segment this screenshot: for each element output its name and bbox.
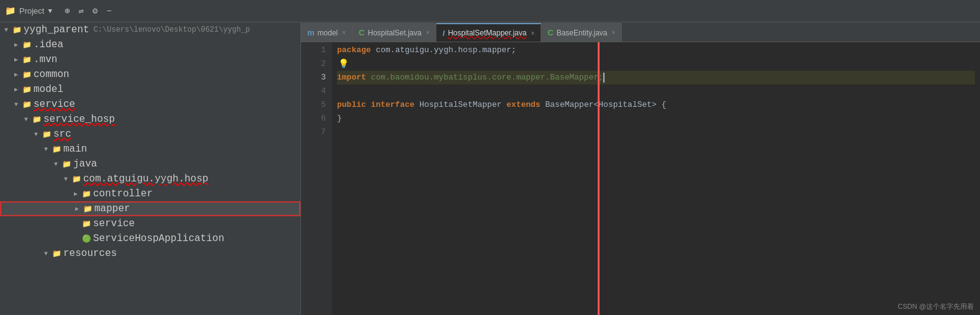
- mvn-folder-icon: 📁: [22, 56, 32, 64]
- sidebar-item-main[interactable]: ▼ 📁 main: [0, 142, 300, 157]
- line-num-7: 7: [301, 126, 326, 139]
- java-folder-icon: 📁: [61, 160, 71, 168]
- service-arrow: ▼: [12, 101, 20, 108]
- separator-line: [598, 42, 600, 315]
- mapper-folder-icon: 📁: [83, 205, 92, 213]
- service-label: service: [34, 99, 75, 110]
- main-label: main: [63, 144, 87, 155]
- main-layout: ▼ 📁 yygh_parent C:\Users\lenovo\Desktop\…: [0, 22, 980, 315]
- src-folder-icon: 📁: [42, 130, 52, 139]
- sidebar-item-java[interactable]: ▼ 📁 java: [0, 157, 300, 171]
- project-folder-icon: 📁: [5, 6, 16, 16]
- package-label: com.atguigu.yygh.hosp: [83, 173, 209, 185]
- controller-folder-icon: 📁: [81, 190, 91, 198]
- import-path: com.baomidou.mybatisplus.core.mapper.Bas…: [371, 71, 603, 84]
- sidebar-item-service-hosp[interactable]: ▼ 📁 service_hosp: [0, 112, 300, 127]
- tab-hospitalsetmapper-close[interactable]: ×: [531, 30, 534, 37]
- mapper-label: mapper: [94, 203, 130, 214]
- model-folder-icon: 📁: [22, 86, 32, 94]
- line-numbers: 1 2 3 4 5 6 7: [301, 42, 332, 315]
- tree-root[interactable]: ▼ 📁 yygh_parent C:\Users\lenovo\Desktop\…: [0, 22, 300, 37]
- watermark: CSDN @这个名字先用着: [898, 302, 974, 311]
- controller-label: controller: [93, 188, 153, 199]
- line-num-1: 1: [301, 43, 326, 57]
- kw-import: import: [337, 71, 371, 84]
- line-num-3: 3: [301, 71, 326, 84]
- settings-icon[interactable]: ⚙: [92, 6, 97, 16]
- tab-baseentity-icon: C: [547, 28, 553, 37]
- sidebar-item-servicehosp-app[interactable]: 🟢 ServiceHospApplication: [0, 231, 300, 246]
- code-line-7: [337, 126, 975, 139]
- model-arrow: ▶: [12, 86, 20, 93]
- add-icon[interactable]: ⊕: [65, 6, 70, 16]
- sidebar-item-service2[interactable]: 📁 service: [0, 216, 300, 231]
- service2-folder-icon: 📁: [81, 220, 91, 228]
- minimize-icon[interactable]: −: [106, 6, 111, 16]
- pkg-path: com.atguigu.yygh.hosp.mapper;: [375, 43, 516, 57]
- code-line-1: package com.atguigu.yygh.hosp.mapper;: [337, 43, 975, 57]
- lightbulb-icon[interactable]: 💡: [338, 57, 349, 71]
- package-arrow: ▼: [62, 176, 70, 183]
- mapper-arrow: ▶: [73, 205, 81, 212]
- sidebar-item-common[interactable]: ▶ 📁 common: [0, 67, 300, 82]
- sidebar-item-service[interactable]: ▼ 📁 service: [0, 97, 300, 112]
- tab-hospitalsetmapper-label: HospitalSetMapper.java: [448, 29, 527, 37]
- tab-baseentity-close[interactable]: ×: [611, 29, 615, 36]
- line-num-6: 6: [301, 112, 326, 126]
- sidebar-item-idea[interactable]: ▶ 📁 .idea: [0, 37, 300, 52]
- mvn-arrow: ▶: [12, 56, 20, 63]
- root-arrow: ▼: [2, 27, 10, 34]
- service2-label: service: [93, 218, 135, 229]
- code-line-3: import com.baomidou.mybatisplus.core.map…: [337, 71, 975, 84]
- tab-hospitalset[interactable]: C HospitalSet.java ×: [353, 23, 436, 42]
- tab-hospitalset-label: HospitalSet.java: [367, 29, 421, 37]
- code-line-2: 💡: [337, 57, 975, 71]
- sidebar-item-resources[interactable]: ▼ 📁 resources: [0, 246, 300, 261]
- sidebar-item-mapper[interactable]: ▶ 📁 mapper: [0, 201, 300, 216]
- kw-extends: extends: [506, 98, 545, 112]
- resources-label: resources: [63, 248, 117, 259]
- tab-baseentity[interactable]: C BaseEntity.java ×: [541, 23, 622, 42]
- root-folder-icon: 📁: [12, 26, 22, 34]
- resources-arrow: ▼: [42, 250, 50, 257]
- sidebar-item-mvn[interactable]: ▶ 📁 .mvn: [0, 52, 300, 67]
- tab-model-label: model: [318, 29, 338, 37]
- src-arrow: ▼: [32, 131, 40, 138]
- sidebar-item-model[interactable]: ▶ 📁 model: [0, 82, 300, 97]
- idea-label: .idea: [34, 39, 63, 50]
- app-icon: 🟢: [81, 235, 91, 243]
- tab-model-close[interactable]: ×: [342, 29, 346, 36]
- project-title: Project: [19, 6, 44, 16]
- tab-hospitalset-icon: C: [359, 28, 364, 37]
- service-hosp-arrow: ▼: [22, 116, 30, 123]
- tab-hospitalsetmapper[interactable]: I HospitalSetMapper.java ×: [436, 23, 541, 42]
- resources-folder-icon: 📁: [52, 250, 61, 258]
- sidebar-item-controller[interactable]: ▶ 📁 controller: [0, 186, 300, 201]
- tab-model[interactable]: m model ×: [301, 23, 353, 42]
- kw-package: package: [337, 43, 375, 57]
- line-num-2: 2: [301, 57, 326, 71]
- common-folder-icon: 📁: [22, 71, 32, 79]
- code-area[interactable]: package com.atguigu.yygh.hosp.mapper; 💡 …: [332, 42, 980, 315]
- main-folder-icon: 📁: [52, 145, 61, 153]
- title-bar-left: 📁 Project ▼: [5, 6, 52, 16]
- sync-icon[interactable]: ⇌: [79, 6, 84, 16]
- line-num-4: 4: [301, 84, 326, 98]
- sidebar: ▼ 📁 yygh_parent C:\Users\lenovo\Desktop\…: [0, 22, 301, 315]
- service-hosp-label: service_hosp: [43, 114, 115, 125]
- mvn-label: .mvn: [34, 54, 57, 65]
- common-label: common: [34, 69, 70, 80]
- sidebar-item-package[interactable]: ▼ 📁 com.atguigu.yygh.hosp: [0, 171, 300, 186]
- tab-hospitalset-close[interactable]: ×: [426, 29, 429, 36]
- generic-type: <HospitalSet>: [594, 98, 657, 112]
- java-arrow: ▼: [52, 161, 60, 168]
- tab-model-icon: m: [307, 28, 315, 37]
- code-line-4: [337, 84, 975, 98]
- open-brace: {: [657, 98, 667, 112]
- service-hosp-folder-icon: 📁: [32, 116, 42, 124]
- editor-content: 1 2 3 4 5 6 7 package com.atguigu.yygh.h…: [301, 42, 980, 315]
- controller-arrow: ▶: [72, 190, 79, 198]
- editor-area: m model × C HospitalSet.java × I Hospita…: [301, 22, 980, 315]
- sidebar-item-src[interactable]: ▼ 📁 src: [0, 127, 300, 142]
- project-dropdown-arrow[interactable]: ▼: [48, 7, 52, 15]
